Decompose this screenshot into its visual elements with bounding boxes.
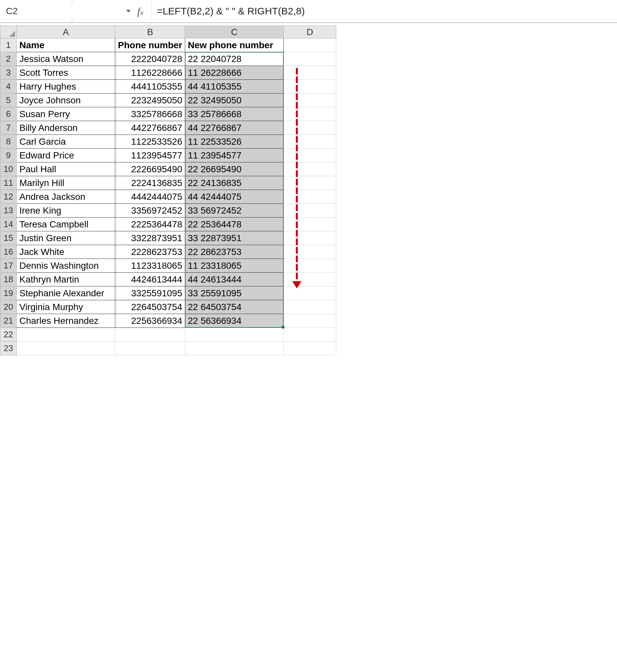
- row-header-4[interactable]: 4: [0, 80, 17, 93]
- cell-D16[interactable]: [284, 245, 336, 259]
- cell-D2[interactable]: [284, 52, 336, 66]
- cell-D1[interactable]: [284, 38, 336, 52]
- cell-D23[interactable]: [284, 342, 336, 355]
- row-header-5[interactable]: 5: [0, 93, 17, 107]
- cell-B5[interactable]: 2232495050: [115, 93, 185, 107]
- row-header-17[interactable]: 17: [0, 259, 17, 273]
- select-all-corner[interactable]: [0, 26, 17, 38]
- cell-C21[interactable]: 22 56366934: [185, 314, 284, 328]
- cell-D22[interactable]: [284, 328, 336, 342]
- column-header-C[interactable]: C: [185, 26, 284, 38]
- cell-C2[interactable]: 22 22040728: [185, 52, 284, 66]
- cell-B19[interactable]: 3325591095: [115, 287, 185, 300]
- cell-A20[interactable]: Virginia Murphy: [17, 300, 115, 314]
- row-header-3[interactable]: 3: [0, 66, 17, 80]
- cell-B14[interactable]: 2225364478: [115, 218, 185, 231]
- cell-D13[interactable]: [284, 204, 336, 218]
- cell-A21[interactable]: Charles Hernandez: [17, 314, 115, 328]
- cell-D5[interactable]: [284, 93, 336, 107]
- row-header-21[interactable]: 21: [0, 314, 17, 328]
- cell-C15[interactable]: 33 22873951: [185, 231, 284, 245]
- cell-B7[interactable]: 4422766867: [115, 121, 185, 135]
- cell-D4[interactable]: [284, 80, 336, 93]
- name-box-dropdown-icon[interactable]: [126, 10, 131, 12]
- cell-A18[interactable]: Kathryn Martin: [17, 273, 115, 287]
- cell-D17[interactable]: [284, 259, 336, 273]
- cell-C13[interactable]: 33 56972452: [185, 204, 284, 218]
- column-header-B[interactable]: B: [115, 26, 185, 38]
- cell-C18[interactable]: 44 24613444: [185, 273, 284, 287]
- cell-D14[interactable]: [284, 218, 336, 231]
- cell-B11[interactable]: 2224136835: [115, 176, 185, 190]
- cell-A9[interactable]: Edward Price: [17, 148, 115, 162]
- cell-D12[interactable]: [284, 190, 336, 204]
- cell-A12[interactable]: Andrea Jackson: [17, 190, 115, 204]
- cell-B23[interactable]: [115, 342, 185, 355]
- formula-bar-input[interactable]: =LEFT(B2,2) & " " & RIGHT(B2,8): [152, 0, 617, 22]
- cell-C19[interactable]: 33 25591095: [185, 287, 284, 300]
- cell-C3[interactable]: 11 26228666: [185, 66, 284, 80]
- cell-B13[interactable]: 3356972452: [115, 204, 185, 218]
- cell-D18[interactable]: [284, 273, 336, 287]
- cell-D20[interactable]: [284, 300, 336, 314]
- cell-B18[interactable]: 4424613444: [115, 273, 185, 287]
- cell-A8[interactable]: Carl Garcia: [17, 135, 115, 148]
- cell-B3[interactable]: 1126228666: [115, 66, 185, 80]
- cell-A1[interactable]: Name: [17, 38, 115, 52]
- cell-C7[interactable]: 44 22766867: [185, 121, 284, 135]
- row-header-18[interactable]: 18: [0, 273, 17, 287]
- column-header-A[interactable]: A: [17, 26, 115, 38]
- cell-D3[interactable]: [284, 66, 336, 80]
- cell-C20[interactable]: 22 64503754: [185, 300, 284, 314]
- cell-B15[interactable]: 3322873951: [115, 231, 185, 245]
- cell-A5[interactable]: Joyce Johnson: [17, 93, 115, 107]
- row-header-1[interactable]: 1: [0, 38, 17, 52]
- cell-C14[interactable]: 22 25364478: [185, 218, 284, 231]
- row-header-20[interactable]: 20: [0, 300, 17, 314]
- row-header-2[interactable]: 2: [0, 52, 17, 66]
- cell-D8[interactable]: [284, 135, 336, 148]
- cell-C12[interactable]: 44 42444075: [185, 190, 284, 204]
- cell-D6[interactable]: [284, 107, 336, 121]
- row-header-22[interactable]: 22: [0, 328, 17, 342]
- cell-C23[interactable]: [185, 342, 284, 355]
- cell-A23[interactable]: [17, 342, 115, 355]
- cell-A19[interactable]: Stephanie Alexander: [17, 287, 115, 300]
- cell-B21[interactable]: 2256366934: [115, 314, 185, 328]
- row-header-13[interactable]: 13: [0, 204, 17, 218]
- cell-D9[interactable]: [284, 148, 336, 162]
- cell-C16[interactable]: 22 28623753: [185, 245, 284, 259]
- cell-A11[interactable]: Marilyn Hill: [17, 176, 115, 190]
- row-header-11[interactable]: 11: [0, 176, 17, 190]
- cell-B22[interactable]: [115, 328, 185, 342]
- cell-B20[interactable]: 2264503754: [115, 300, 185, 314]
- cell-B9[interactable]: 1123954577: [115, 148, 185, 162]
- row-header-14[interactable]: 14: [0, 218, 17, 231]
- cell-D15[interactable]: [284, 231, 336, 245]
- cell-C22[interactable]: [185, 328, 284, 342]
- cell-D10[interactable]: [284, 162, 336, 176]
- cell-B6[interactable]: 3325786668: [115, 107, 185, 121]
- cell-C8[interactable]: 11 22533526: [185, 135, 284, 148]
- cell-A13[interactable]: Irene King: [17, 204, 115, 218]
- cell-A4[interactable]: Harry Hughes: [17, 80, 115, 93]
- row-header-19[interactable]: 19: [0, 287, 17, 300]
- row-header-12[interactable]: 12: [0, 190, 17, 204]
- cell-D21[interactable]: [284, 314, 336, 328]
- cell-A7[interactable]: Billy Anderson: [17, 121, 115, 135]
- cell-A3[interactable]: Scott Torres: [17, 66, 115, 80]
- cell-C17[interactable]: 11 23318065: [185, 259, 284, 273]
- cell-B8[interactable]: 1122533526: [115, 135, 185, 148]
- cell-A2[interactable]: Jessica Watson: [17, 52, 115, 66]
- cell-C11[interactable]: 22 24136835: [185, 176, 284, 190]
- spreadsheet-grid[interactable]: ABCD 1NamePhone numberNew phone number2J…: [0, 26, 336, 355]
- cell-B17[interactable]: 1123318065: [115, 259, 185, 273]
- cell-C9[interactable]: 11 23954577: [185, 148, 284, 162]
- cell-C6[interactable]: 33 25786668: [185, 107, 284, 121]
- cell-B10[interactable]: 2226695490: [115, 162, 185, 176]
- cell-C5[interactable]: 22 32495050: [185, 93, 284, 107]
- cell-B1[interactable]: Phone number: [115, 38, 185, 52]
- cell-A15[interactable]: Justin Green: [17, 231, 115, 245]
- column-header-D[interactable]: D: [284, 26, 336, 38]
- cell-C4[interactable]: 44 41105355: [185, 80, 284, 93]
